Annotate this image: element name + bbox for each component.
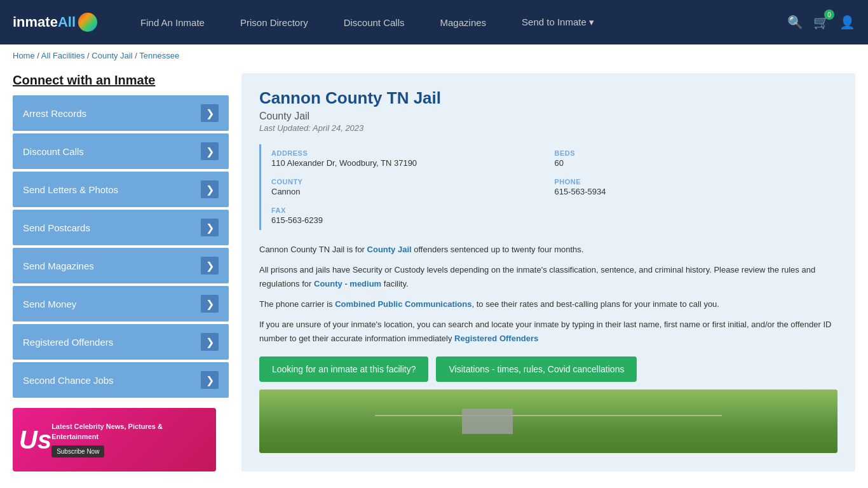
sidebar-label-arrest-records: Arrest Records bbox=[23, 108, 86, 119]
sidebar-label-second-chance-jobs: Second Chance Jobs bbox=[23, 375, 114, 386]
cart-icon[interactable]: 🛒 0 bbox=[813, 15, 829, 30]
desc-para-2: All prisons and jails have Security or C… bbox=[259, 263, 837, 291]
cart-badge: 0 bbox=[824, 10, 834, 20]
action-buttons: Looking for an inmate at this facility? … bbox=[259, 356, 837, 382]
fax-block: FAX 615-563-6239 bbox=[271, 201, 555, 230]
registered-offenders-link[interactable]: Registered Offenders bbox=[454, 334, 538, 343]
phone-label: PHONE bbox=[555, 178, 831, 186]
desc-para-1: Cannon County TN Jail is for County Jail… bbox=[259, 243, 837, 257]
facility-type: County Jail bbox=[259, 111, 837, 122]
facility-title: Cannon County TN Jail bbox=[259, 88, 837, 108]
address-block: ADDRESS 110 Alexander Dr, Woodbury, TN 3… bbox=[271, 144, 555, 173]
sidebar-item-send-letters[interactable]: Send Letters & Photos ❯ bbox=[13, 172, 229, 207]
ad-banner[interactable]: Us Latest Celebrity News, Pictures & Ent… bbox=[13, 408, 216, 471]
sidebar-label-send-money: Send Money bbox=[23, 299, 76, 309]
nav-discount-calls[interactable]: Discount Calls bbox=[326, 0, 423, 44]
phone-value: 615-563-5934 bbox=[555, 187, 831, 196]
logo[interactable]: inmateAll bbox=[13, 13, 97, 32]
arrow-icon-6: ❯ bbox=[201, 333, 219, 351]
breadcrumb-state[interactable]: Tennessee bbox=[139, 51, 179, 60]
arrow-icon-2: ❯ bbox=[201, 180, 219, 198]
county-label: COUNTY bbox=[271, 178, 547, 186]
visitations-button[interactable]: Visitations - times, rules, Covid cancel… bbox=[436, 356, 637, 382]
sidebar-heading: Connect with an Inmate bbox=[13, 73, 229, 88]
sidebar-items: Arrest Records ❯ Discount Calls ❯ Send L… bbox=[13, 95, 229, 398]
breadcrumb: Home / All Facilities / County Jail / Te… bbox=[0, 44, 868, 67]
county-medium-link[interactable]: County - medium bbox=[314, 279, 381, 288]
ad-logo: Us bbox=[19, 426, 51, 454]
main-container: Connect with an Inmate Arrest Records ❯ … bbox=[0, 67, 868, 478]
nav-magazines[interactable]: Magazines bbox=[423, 0, 505, 44]
desc-para-4: If you are unsure of your inmate's locat… bbox=[259, 318, 837, 346]
beds-block: BEDS 60 bbox=[555, 144, 838, 173]
ad-subscribe-button[interactable]: Subscribe Now bbox=[51, 445, 104, 458]
logo-icon bbox=[78, 13, 97, 32]
nav-prison-directory[interactable]: Prison Directory bbox=[222, 0, 326, 44]
breadcrumb-all-facilities[interactable]: All Facilities bbox=[41, 51, 85, 60]
facility-map bbox=[259, 390, 837, 453]
sidebar-item-send-money[interactable]: Send Money ❯ bbox=[13, 286, 229, 322]
fax-label: FAX bbox=[271, 207, 547, 214]
logo-all-text: All bbox=[58, 14, 76, 30]
breadcrumb-home[interactable]: Home bbox=[13, 51, 35, 60]
fax-value: 615-563-6239 bbox=[271, 215, 547, 225]
address-value: 110 Alexander Dr, Woodbury, TN 37190 bbox=[271, 158, 547, 168]
search-icon[interactable]: 🔍 bbox=[787, 15, 803, 30]
arrow-icon-7: ❯ bbox=[201, 371, 219, 389]
sidebar-item-arrest-records[interactable]: Arrest Records ❯ bbox=[13, 95, 229, 131]
map-roads bbox=[375, 415, 722, 416]
logo-text: inmateAll bbox=[13, 14, 76, 30]
find-inmate-button[interactable]: Looking for an inmate at this facility? bbox=[259, 356, 428, 382]
logo-inmate: inmate bbox=[13, 14, 58, 30]
phone-carrier-link[interactable]: Combined Public Communications bbox=[335, 299, 471, 309]
nav-links: Find An Inmate Prison Directory Discount… bbox=[123, 0, 787, 44]
address-label: ADDRESS bbox=[271, 149, 547, 157]
facility-info-grid: ADDRESS 110 Alexander Dr, Woodbury, TN 3… bbox=[259, 144, 837, 230]
sidebar: Connect with an Inmate Arrest Records ❯ … bbox=[13, 73, 229, 471]
arrow-icon-0: ❯ bbox=[201, 104, 219, 122]
sidebar-label-registered-offenders: Registered Offenders bbox=[23, 337, 113, 348]
sidebar-item-send-postcards[interactable]: Send Postcards ❯ bbox=[13, 210, 229, 245]
map-building bbox=[462, 409, 513, 434]
county-block: COUNTY Cannon bbox=[271, 173, 555, 201]
arrow-icon-4: ❯ bbox=[201, 257, 219, 274]
arrow-icon-3: ❯ bbox=[201, 219, 219, 236]
county-value: Cannon bbox=[271, 187, 547, 196]
navbar: inmateAll Find An Inmate Prison Director… bbox=[0, 0, 868, 44]
arrow-icon-1: ❯ bbox=[201, 142, 219, 160]
nav-icons: 🔍 🛒 0 👤 bbox=[787, 15, 855, 30]
sidebar-item-send-magazines[interactable]: Send Magazines ❯ bbox=[13, 248, 229, 283]
facility-description: Cannon County TN Jail is for County Jail… bbox=[259, 243, 837, 346]
sidebar-label-send-letters: Send Letters & Photos bbox=[23, 184, 118, 195]
beds-value: 60 bbox=[555, 158, 831, 168]
county-jail-link[interactable]: County Jail bbox=[367, 245, 412, 254]
sidebar-label-send-postcards: Send Postcards bbox=[23, 222, 90, 233]
user-icon[interactable]: 👤 bbox=[839, 15, 855, 30]
desc-para-3: The phone carrier is Combined Public Com… bbox=[259, 297, 837, 311]
sidebar-item-registered-offenders[interactable]: Registered Offenders ❯ bbox=[13, 324, 229, 360]
beds-label: BEDS bbox=[555, 149, 831, 157]
facility-last-updated: Last Updated: April 24, 2023 bbox=[259, 123, 837, 133]
nav-send-to-inmate[interactable]: Send to Inmate ▾ bbox=[504, 0, 612, 44]
ad-text: Latest Celebrity News, Pictures & Entert… bbox=[51, 422, 210, 458]
sidebar-label-discount-calls: Discount Calls bbox=[23, 146, 84, 157]
ad-headline: Latest Celebrity News, Pictures & Entert… bbox=[51, 422, 210, 442]
arrow-icon-5: ❯ bbox=[201, 295, 219, 313]
sidebar-label-send-magazines: Send Magazines bbox=[23, 261, 94, 271]
facility-content: Cannon County TN Jail County Jail Last U… bbox=[241, 73, 855, 471]
aerial-map-image bbox=[259, 390, 837, 453]
nav-find-inmate[interactable]: Find An Inmate bbox=[123, 0, 222, 44]
phone-block: PHONE 615-563-5934 bbox=[555, 173, 838, 201]
breadcrumb-county-jail[interactable]: County Jail bbox=[92, 51, 132, 60]
sidebar-item-second-chance-jobs[interactable]: Second Chance Jobs ❯ bbox=[13, 362, 229, 398]
sidebar-item-discount-calls[interactable]: Discount Calls ❯ bbox=[13, 133, 229, 169]
